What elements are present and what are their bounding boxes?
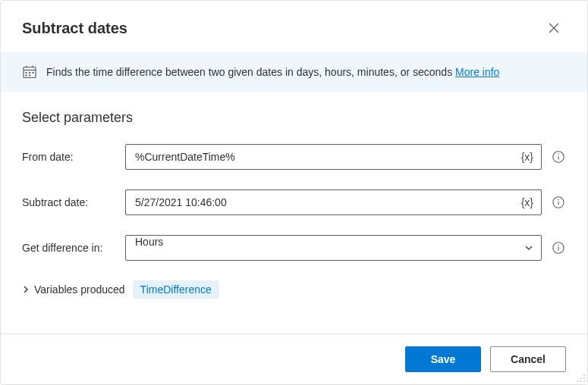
dialog-footer: Save Cancel — [1, 333, 587, 384]
svg-rect-6 — [26, 72, 27, 74]
subtract-date-row: Subtract date: {x} — [22, 189, 566, 215]
chevron-down-icon — [517, 243, 541, 252]
dialog-body: Select parameters From date: {x} Subtrac… — [1, 92, 587, 333]
from-date-input[interactable] — [126, 145, 514, 169]
difference-info-button[interactable] — [551, 240, 566, 255]
close-icon — [549, 23, 559, 33]
variables-label: Variables produced — [34, 283, 125, 296]
variable-picker-button[interactable]: {x} — [514, 196, 541, 208]
difference-label: Get difference in: — [22, 242, 119, 254]
variables-expander[interactable]: Variables produced — [22, 283, 125, 296]
difference-row: Get difference in: Hours — [22, 235, 566, 261]
svg-point-19 — [558, 245, 558, 246]
chevron-right-icon — [22, 286, 30, 293]
svg-point-16 — [558, 199, 558, 200]
subtract-dates-dialog: Subtract dates Finds the time diffe — [0, 0, 588, 385]
subtract-date-input-wrap: {x} — [125, 189, 542, 215]
dialog-title: Subtract dates — [22, 20, 127, 37]
close-button[interactable] — [542, 16, 566, 40]
from-date-info-button[interactable] — [551, 149, 566, 164]
svg-rect-10 — [29, 75, 30, 77]
subtract-date-label: Subtract date: — [22, 196, 119, 208]
cancel-button[interactable]: Cancel — [490, 346, 566, 372]
calendar-icon — [22, 64, 37, 80]
variables-row: Variables produced TimeDifference — [22, 280, 566, 299]
variable-picker-button[interactable]: {x} — [514, 151, 541, 163]
difference-value: Hours — [126, 236, 517, 260]
section-title: Select parameters — [22, 110, 566, 126]
from-date-input-wrap: {x} — [125, 144, 542, 170]
svg-point-13 — [558, 154, 558, 155]
info-text: Finds the time difference between two gi… — [46, 66, 499, 78]
svg-rect-8 — [33, 72, 34, 74]
info-bar: Finds the time difference between two gi… — [1, 52, 587, 92]
variable-chip[interactable]: TimeDifference — [133, 280, 219, 299]
subtract-date-info-button[interactable] — [551, 195, 566, 210]
svg-rect-7 — [29, 72, 30, 74]
save-button[interactable]: Save — [405, 346, 481, 372]
from-date-label: From date: — [22, 151, 119, 163]
svg-rect-9 — [26, 75, 27, 77]
dialog-header: Subtract dates — [1, 1, 587, 52]
more-info-link[interactable]: More info — [455, 66, 499, 78]
subtract-date-input[interactable] — [126, 190, 514, 214]
difference-select[interactable]: Hours — [125, 235, 542, 261]
from-date-row: From date: {x} — [22, 144, 566, 170]
